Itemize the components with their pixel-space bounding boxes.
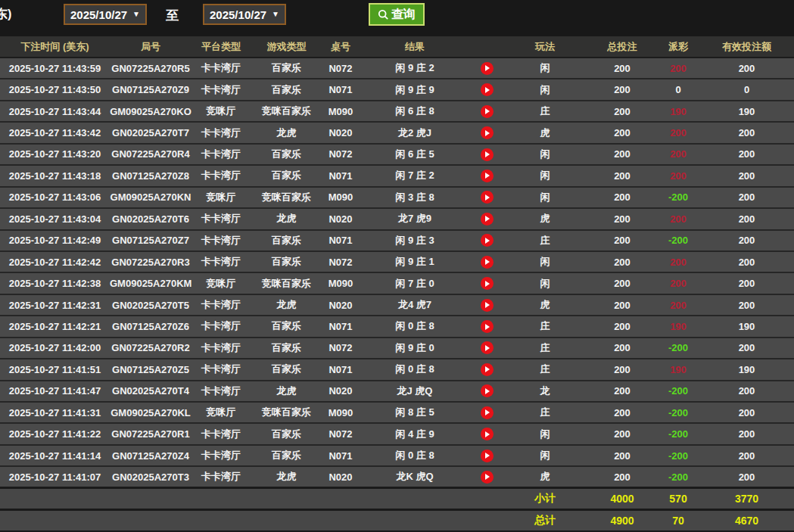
play-icon[interactable] xyxy=(481,384,494,397)
payout-value: 0 xyxy=(675,84,680,95)
table-no-cell: N020 xyxy=(322,381,359,402)
play-type-cell: 虎 xyxy=(503,294,587,316)
replay-cell xyxy=(471,294,503,316)
bet-time-cell: 2025-10-27 11:41:07 xyxy=(0,466,110,487)
play-icon[interactable] xyxy=(481,428,494,440)
header-game-type: 游戏类型 xyxy=(251,36,322,58)
query-button[interactable]: 查询 xyxy=(369,3,425,26)
table-no-cell: N072 xyxy=(322,251,359,272)
date-from-select[interactable]: 2025/10/27 ▼ xyxy=(64,4,147,25)
game-type-cell: 百家乐 xyxy=(251,316,322,337)
play-icon[interactable] xyxy=(481,83,494,96)
payout-cell: -200 xyxy=(657,402,699,423)
table-no-cell: N071 xyxy=(322,445,359,466)
total-bet-cell: 200 xyxy=(587,208,657,229)
table-row: 2025-10-27 11:42:21 GN07125A270Z6 卡卡湾厅 百… xyxy=(0,316,794,337)
table-no-cell: N071 xyxy=(322,230,359,251)
round-id-cell: GN07225A270R3 xyxy=(110,251,191,272)
payout-cell: 200 xyxy=(657,251,699,272)
replay-cell xyxy=(471,165,503,186)
header-replay xyxy=(471,36,503,58)
payout-value: 190 xyxy=(670,106,687,117)
table-row: 2025-10-27 11:42:49 GN07125A270Z7 卡卡湾厅 百… xyxy=(0,230,794,251)
table-no-cell: N071 xyxy=(322,79,359,100)
platform-cell: 卡卡湾厅 xyxy=(191,144,251,165)
payout-value: -200 xyxy=(668,385,688,397)
header-platform-type: 平台类型 xyxy=(191,36,251,58)
table-row: 2025-10-27 11:43:44 GM09025A270KO 竞咪厅 竞咪… xyxy=(0,101,794,122)
replay-cell xyxy=(471,101,503,122)
round-id-cell: GM09025A270KL xyxy=(110,402,191,423)
play-icon[interactable] xyxy=(481,406,494,419)
play-icon[interactable] xyxy=(481,234,494,247)
result-cell: 闲 0 庄 8 xyxy=(359,445,471,466)
platform-cell: 竞咪厅 xyxy=(191,101,251,122)
play-icon[interactable] xyxy=(481,105,494,118)
round-id-cell: GN07125A270Z4 xyxy=(110,445,191,466)
bet-time-cell: 2025-10-27 11:41:14 xyxy=(0,445,110,466)
play-icon[interactable] xyxy=(481,191,494,204)
header-bet-time: 下注时间 (美东) xyxy=(0,36,110,58)
payout-cell: -200 xyxy=(657,381,699,402)
play-type-cell: 虎 xyxy=(503,122,587,143)
play-icon[interactable] xyxy=(481,471,494,484)
bet-time-cell: 2025-10-27 11:42:38 xyxy=(0,272,110,294)
valid-bet-cell: 190 xyxy=(699,316,794,337)
total-bet-cell: 200 xyxy=(587,251,657,272)
platform-cell: 卡卡湾厅 xyxy=(191,445,251,466)
round-id-cell: GN02025A270T6 xyxy=(110,208,191,229)
play-icon[interactable] xyxy=(481,256,494,269)
play-icon[interactable] xyxy=(481,277,494,290)
play-icon[interactable] xyxy=(481,148,494,161)
play-icon[interactable] xyxy=(481,363,494,376)
replay-cell xyxy=(471,79,503,100)
toolbar: 东) 2025/10/27 ▼ 至 2025/10/27 ▼ 查询 xyxy=(0,0,794,36)
valid-bet-cell: 190 xyxy=(699,101,794,122)
payout-value: 200 xyxy=(670,213,687,225)
replay-cell xyxy=(471,187,503,208)
round-id-cell: GN07125A270Z5 xyxy=(110,359,191,380)
play-icon[interactable] xyxy=(481,126,494,139)
payout-cell: -200 xyxy=(657,230,699,251)
total-bet-cell: 200 xyxy=(587,466,657,487)
valid-bet-cell: 200 xyxy=(699,445,794,466)
play-icon[interactable] xyxy=(481,320,494,333)
play-icon[interactable] xyxy=(481,213,494,226)
play-type-cell: 闲 xyxy=(503,272,587,294)
game-type-cell: 百家乐 xyxy=(251,423,322,444)
payout-cell: 200 xyxy=(657,122,699,143)
clipped-eastern-time-label: 东) xyxy=(0,7,11,23)
replay-cell xyxy=(471,272,503,294)
round-id-cell: GN02025A270T3 xyxy=(110,466,191,487)
table-no-cell: M090 xyxy=(322,187,359,208)
subtotal-payout: 570 xyxy=(657,488,699,510)
total-total-bet: 4900 xyxy=(587,510,657,532)
bet-time-cell: 2025-10-27 11:42:31 xyxy=(0,294,110,316)
round-id-cell: GN02025A270T7 xyxy=(110,122,191,143)
payout-value: 200 xyxy=(670,148,687,160)
bet-time-cell: 2025-10-27 11:42:49 xyxy=(0,230,110,251)
platform-cell: 卡卡湾厅 xyxy=(191,79,251,100)
date-to-select[interactable]: 2025/10/27 ▼ xyxy=(203,4,286,25)
play-icon[interactable] xyxy=(481,450,494,462)
table-no-cell: N020 xyxy=(322,122,359,143)
table-no-cell: N020 xyxy=(322,466,359,487)
game-type-cell: 百家乐 xyxy=(251,144,322,165)
play-icon[interactable] xyxy=(481,62,494,75)
play-icon[interactable] xyxy=(481,341,494,354)
play-icon[interactable] xyxy=(481,299,494,312)
total-bet-cell: 200 xyxy=(587,165,657,186)
payout-value: 200 xyxy=(670,63,687,74)
table-no-cell: N020 xyxy=(322,208,359,229)
payout-cell: -200 xyxy=(657,338,699,359)
valid-bet-cell: 200 xyxy=(699,165,794,186)
payout-value: 200 xyxy=(670,257,687,268)
bet-time-cell: 2025-10-27 11:43:04 xyxy=(0,208,110,229)
total-bet-cell: 200 xyxy=(587,272,657,294)
play-type-cell: 庄 xyxy=(503,230,587,251)
payout-value: -200 xyxy=(668,235,688,246)
play-type-cell: 闲 xyxy=(503,79,587,100)
play-icon[interactable] xyxy=(481,170,494,182)
result-cell: 闲 9 庄 0 xyxy=(359,338,471,359)
replay-cell xyxy=(471,58,503,79)
